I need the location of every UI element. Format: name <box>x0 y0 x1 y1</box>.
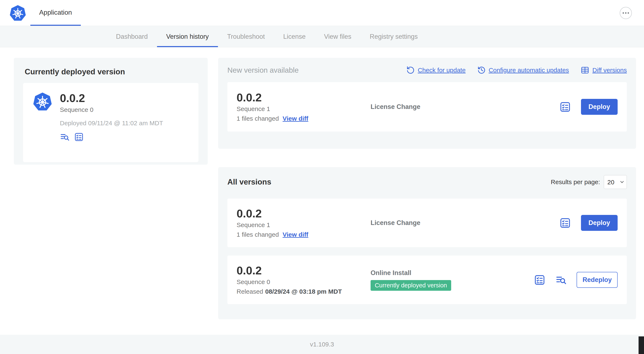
secondary-nav: Dashboard Version history Troubleshoot L… <box>0 26 644 47</box>
version-number: 0.0.2 <box>236 92 370 104</box>
version-source: Online Install <box>370 269 528 277</box>
configure-automatic-updates-link[interactable]: Configure automatic updates <box>477 66 569 74</box>
config-checklist-icon <box>74 132 84 142</box>
released-label: Released <box>236 288 263 295</box>
results-per-page-label: Results per page: <box>551 178 600 186</box>
ellipsis-icon <box>622 12 629 14</box>
deploy-button[interactable]: Deploy <box>581 215 618 231</box>
tab-troubleshoot[interactable]: Troubleshoot <box>218 26 274 47</box>
config-checklist-icon <box>534 274 546 286</box>
refresh-icon <box>406 66 415 74</box>
config-checklist-icon <box>560 217 571 229</box>
release-notes-icon <box>556 274 566 285</box>
config-checklist-icon <box>560 101 571 113</box>
app-title: Application <box>39 9 72 16</box>
files-changed-label: 1 files changed <box>236 115 279 122</box>
app-footer: v1.109.3 <box>0 335 644 354</box>
view-diff-link[interactable]: View diff <box>283 231 308 238</box>
tab-registry-settings[interactable]: Registry settings <box>360 26 427 47</box>
currently-deployed-heading: Currently deployed version <box>25 68 198 76</box>
version-row: 0.0.2 Sequence 0 Released 08/29/24 @ 03:… <box>227 255 627 304</box>
release-notes-button[interactable] <box>60 132 70 142</box>
check-for-update-link[interactable]: Check for update <box>406 66 466 74</box>
current-sequence: Sequence 0 <box>60 106 94 113</box>
version-source: License Change <box>370 219 553 227</box>
tab-license[interactable]: License <box>274 26 315 47</box>
all-versions-card: All versions Results per page: 20 <box>218 167 636 319</box>
scrollbar-thumb[interactable] <box>638 336 644 354</box>
auto-update-clock-icon <box>477 66 486 74</box>
redeploy-button[interactable]: Redeploy <box>576 272 618 288</box>
current-deployed-timestamp: Deployed 09/11/24 @ 11:02 am MDT <box>60 120 188 127</box>
version-number: 0.0.2 <box>236 208 370 219</box>
kubernetes-logo-icon <box>10 5 26 21</box>
view-config-button[interactable] <box>560 217 571 229</box>
deploy-button[interactable]: Deploy <box>581 99 618 115</box>
release-notes-icon <box>60 132 70 142</box>
kubernetes-app-icon <box>33 92 52 111</box>
main-content: Currently deployed version 0.0.2 Sequenc… <box>0 47 644 319</box>
version-sequence: Sequence 1 <box>236 105 370 113</box>
app-tab-application[interactable]: Application <box>30 0 81 26</box>
view-config-button[interactable] <box>74 132 84 142</box>
more-menu-button[interactable] <box>620 7 632 19</box>
version-sequence: Sequence 1 <box>236 221 370 228</box>
console-version: v1.109.3 <box>310 341 334 348</box>
current-version-number: 0.0.2 <box>60 92 94 104</box>
currently-deployed-version-card: 0.0.2 Sequence 0 Deployed 09/11/24 @ 11:… <box>23 83 198 162</box>
released-date: 08/29/24 @ 03:18 pm MDT <box>265 288 342 295</box>
version-source: License Change <box>370 103 553 111</box>
view-config-button[interactable] <box>560 101 571 113</box>
version-row: 0.0.2 Sequence 1 1 files changed View di… <box>227 199 627 247</box>
tab-version-history[interactable]: Version history <box>157 26 218 47</box>
diff-versions-link[interactable]: Diff versions <box>580 66 627 75</box>
tab-dashboard[interactable]: Dashboard <box>107 26 157 47</box>
release-notes-button[interactable] <box>556 274 566 285</box>
version-sequence: Sequence 0 <box>236 278 370 285</box>
view-config-button[interactable] <box>534 274 546 286</box>
files-changed-label: 1 files changed <box>236 231 279 238</box>
version-number: 0.0.2 <box>236 264 370 276</box>
new-version-card: New version available Check for update <box>218 58 636 149</box>
right-column: New version available Check for update <box>218 58 636 319</box>
results-per-page-wrapper: 20 <box>604 175 627 189</box>
app-header: Application <box>0 0 644 26</box>
view-diff-link[interactable]: View diff <box>283 115 308 122</box>
results-per-page-select[interactable]: 20 <box>604 175 627 189</box>
new-version-heading: New version available <box>227 66 406 74</box>
diff-table-icon <box>580 66 589 75</box>
new-version-row: 0.0.2 Sequence 1 1 files changed View di… <box>227 82 627 132</box>
currently-deployed-card: Currently deployed version 0.0.2 Sequenc… <box>14 58 208 165</box>
currently-deployed-badge: Currently deployed version <box>370 280 451 291</box>
tab-view-files[interactable]: View files <box>315 26 360 47</box>
all-versions-heading: All versions <box>227 178 551 186</box>
